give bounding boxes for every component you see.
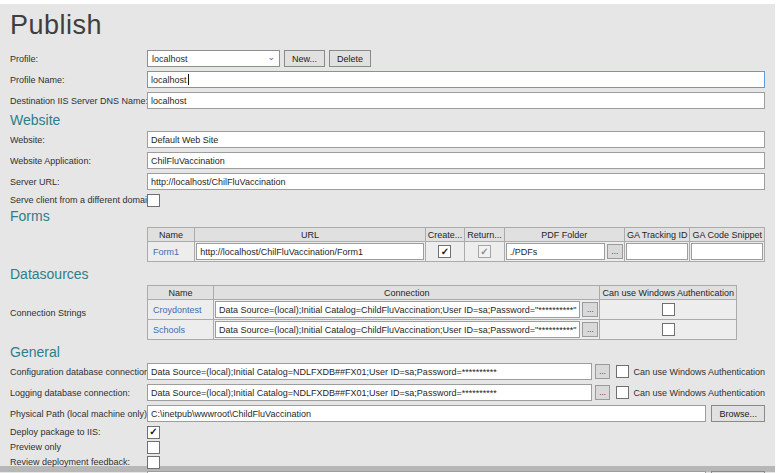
logging-db-row: Logging database connection: Data Source…	[10, 384, 765, 401]
preview-only-checkbox[interactable]	[147, 441, 160, 454]
form-create-checkbox[interactable]	[438, 245, 451, 258]
review-feedback-row: Review deployment feedback:	[10, 456, 765, 468]
server-url-input[interactable]: http://localhost/ChilFluVaccination	[147, 173, 765, 190]
serve-client-label: Serve client from a different domain:	[10, 195, 147, 205]
profile-row: Profile: localhost ⌄ New... Delete	[10, 50, 765, 67]
datasource-connection-input[interactable]: Data Source=(local);Initial Catalog=Chil…	[215, 321, 580, 338]
connection-strings-label: Connection Strings	[10, 308, 147, 318]
datasource-connection-edit-button[interactable]: ...	[582, 302, 598, 317]
physical-path-input[interactable]: C:\inetpub\wwwroot\ChildFluVaccination	[147, 405, 706, 422]
server-url-row: Server URL: http://localhost/ChilFluVacc…	[10, 173, 765, 190]
forms-col-ga-snippet: GA Code Snippet	[690, 228, 765, 242]
destination-dns-label: Destination IIS Server DNS Name:	[10, 96, 147, 106]
preview-only-label: Preview only	[10, 442, 147, 452]
datasources-area: Connection Strings Name Connection Can u…	[10, 285, 765, 340]
website-section-title: Website	[10, 113, 765, 128]
ga-code-snippet-input[interactable]	[691, 243, 763, 260]
profile-combobox[interactable]: localhost ⌄	[147, 50, 280, 67]
datasources-table-header-row: Name Connection Can use Windows Authenti…	[148, 286, 737, 300]
config-db-edit-button[interactable]: ...	[595, 364, 611, 379]
forms-col-pdf-folder: PDF Folder	[504, 228, 624, 242]
form-name-link[interactable]: Form1	[149, 247, 179, 257]
deploy-checkbox[interactable]	[147, 426, 160, 439]
deploy-row: Deploy package to IIS:	[10, 426, 765, 438]
ds-col-connection: Connection	[214, 286, 600, 300]
review-feedback-label: Review deployment feedback:	[10, 457, 147, 467]
website-row: Website: Default Web Site	[10, 131, 765, 148]
forms-section-title: Forms	[10, 209, 765, 224]
profile-name-input[interactable]: localhost	[147, 71, 765, 88]
forms-col-url: URL	[195, 228, 426, 242]
logging-db-edit-button[interactable]: ...	[595, 385, 611, 400]
datasource-connection-input[interactable]: Data Source=(local);Initial Catalog=Chil…	[215, 301, 580, 318]
datasources-table: Name Connection Can use Windows Authenti…	[147, 285, 737, 340]
logging-db-windows-auth-checkbox[interactable]	[616, 386, 629, 399]
logging-db-label: Logging database connection:	[10, 388, 147, 398]
publish-page: Publish Profile: localhost ⌄ New... Dele…	[0, 4, 775, 473]
config-db-input[interactable]: Data Source=(local);Initial Catalog=NDLF…	[147, 363, 592, 380]
physical-path-browse-button[interactable]: Browse...	[711, 405, 765, 422]
website-input[interactable]: Default Web Site	[147, 131, 765, 148]
form-url-input[interactable]: http://localhost/ChilFluVaccination/Form…	[196, 243, 424, 260]
ds-col-name: Name	[148, 286, 214, 300]
forms-col-return: Return...	[465, 228, 505, 242]
destination-dns-input[interactable]: localhost	[147, 92, 765, 109]
config-db-label: Configuration database connection:	[10, 367, 147, 377]
chevron-down-icon: ⌄	[267, 53, 275, 62]
datasource-name-link[interactable]: Schools	[149, 325, 185, 335]
config-db-windows-auth-checkbox[interactable]	[616, 365, 629, 378]
website-application-row: Website Application: ChilFluVaccination	[10, 152, 765, 169]
destination-dns-row: Destination IIS Server DNS Name: localho…	[10, 92, 765, 109]
config-db-windows-auth-label: Can use Windows Authentication	[633, 367, 765, 377]
datasource-name-link[interactable]: Croydontest	[149, 305, 202, 315]
physical-path-label: Physical Path (local machine only):	[10, 409, 147, 419]
form-return-checkbox	[478, 245, 491, 258]
review-feedback-checkbox[interactable]	[147, 456, 160, 469]
datasource-windows-auth-checkbox[interactable]	[662, 323, 675, 336]
datasource-row: Croydontest Data Source=(local);Initial …	[148, 300, 737, 320]
logging-db-input[interactable]: Data Source=(local);Initial Catalog=NDLF…	[147, 384, 592, 401]
serve-client-checkbox[interactable]	[147, 194, 160, 207]
config-db-row: Configuration database connection: Data …	[10, 363, 765, 380]
general-section-title: General	[10, 345, 765, 360]
page-title: Publish	[10, 10, 765, 40]
server-url-label: Server URL:	[10, 177, 147, 187]
profile-name-label: Profile Name:	[10, 75, 147, 85]
forms-col-name: Name	[148, 228, 195, 242]
profile-combobox-value: localhost	[152, 54, 188, 64]
physical-path-row: Physical Path (local machine only): C:\i…	[10, 405, 765, 422]
serve-client-row: Serve client from a different domain:	[10, 194, 765, 206]
datasource-connection-edit-button[interactable]: ...	[582, 322, 598, 337]
datasource-windows-auth-checkbox[interactable]	[662, 303, 675, 316]
forms-table-header-row: Name URL Create... Return... PDF Folder …	[148, 228, 765, 242]
forms-table: Name URL Create... Return... PDF Folder …	[147, 227, 765, 262]
datasources-section-title: Datasources	[10, 267, 765, 282]
new-profile-button[interactable]: New...	[284, 50, 325, 67]
logging-db-windows-auth-label: Can use Windows Authentication	[633, 388, 765, 398]
forms-col-ga-tracking: GA Tracking ID	[624, 228, 690, 242]
delete-profile-button[interactable]: Delete	[329, 50, 371, 67]
preview-only-row: Preview only	[10, 441, 765, 453]
profile-name-row: Profile Name: localhost	[10, 71, 765, 88]
forms-col-create: Create...	[425, 228, 465, 242]
text-cursor	[188, 74, 189, 85]
forms-table-row: Form1 http://localhost/ChilFluVaccinatio…	[148, 242, 765, 262]
ds-col-windows-auth: Can use Windows Authentication	[600, 286, 737, 300]
deploy-label: Deploy package to IIS:	[10, 427, 147, 437]
website-application-label: Website Application:	[10, 156, 147, 166]
website-label: Website:	[10, 135, 147, 145]
pdf-folder-browse-button[interactable]: ...	[607, 244, 623, 259]
profile-label: Profile:	[10, 54, 147, 64]
pdf-folder-input[interactable]: ./PDFs	[506, 243, 605, 260]
datasource-row: Schools Data Source=(local);Initial Cata…	[148, 320, 737, 340]
website-application-input[interactable]: ChilFluVaccination	[147, 152, 765, 169]
ga-tracking-id-input[interactable]	[626, 243, 689, 260]
